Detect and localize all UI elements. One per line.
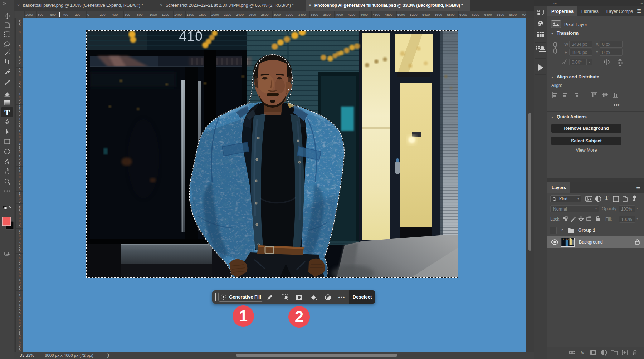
svg-text:T: T	[4, 108, 10, 117]
svg-text:fx: fx	[581, 350, 585, 355]
svg-text:410: 410	[179, 30, 203, 44]
